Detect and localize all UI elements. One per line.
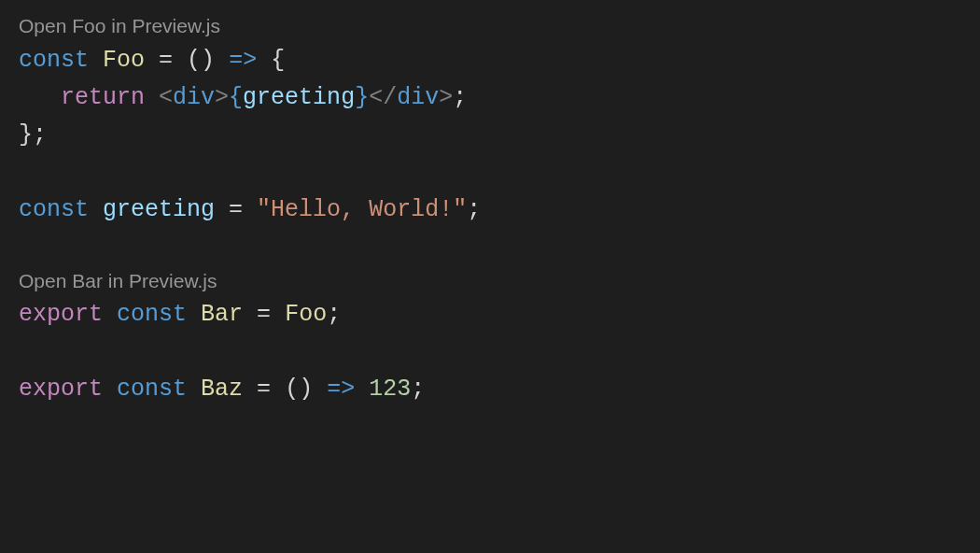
brace-close: } — [19, 121, 33, 149]
equals: = — [229, 196, 243, 223]
parens: () — [285, 376, 313, 403]
code-line-2[interactable]: return <div>{greeting}</div>; — [19, 79, 961, 117]
space — [313, 376, 327, 403]
semicolon: ; — [411, 376, 425, 403]
space — [257, 47, 271, 74]
component-name-foo: Foo — [103, 47, 145, 74]
semicolon: ; — [467, 196, 481, 223]
semicolon: ; — [453, 84, 467, 111]
keyword-const: const — [19, 47, 89, 74]
arrow: => — [229, 47, 257, 74]
space — [187, 376, 201, 403]
space — [243, 376, 257, 403]
arrow: => — [327, 376, 355, 403]
keyword-const: const — [117, 301, 187, 328]
brace-open: { — [271, 47, 285, 74]
semicolon: ; — [327, 301, 341, 328]
tag-name-div: div — [173, 84, 215, 111]
code-line-3[interactable]: }; — [19, 117, 961, 154]
parens: () — [187, 47, 215, 74]
tag-open-gt: > — [215, 84, 229, 111]
space — [215, 47, 229, 74]
code-line-5[interactable]: export const Bar = Foo; — [19, 296, 961, 333]
var-greeting-decl: greeting — [103, 196, 215, 223]
blank-line — [19, 229, 961, 266]
space — [145, 84, 159, 111]
space — [243, 196, 257, 223]
number-literal: 123 — [369, 376, 411, 403]
space — [187, 301, 201, 328]
tag-close-gt: > — [439, 84, 453, 111]
space — [271, 376, 285, 403]
string-literal: "Hello, World!" — [257, 196, 467, 223]
codelens-open-foo[interactable]: Open Foo in Preview.js — [19, 11, 961, 42]
equals: = — [257, 301, 271, 328]
space — [271, 301, 285, 328]
jsx-brace-open: { — [229, 84, 243, 111]
blank-line — [19, 154, 961, 191]
code-line-6[interactable]: export const Baz = () => 123; — [19, 371, 961, 408]
keyword-export: export — [19, 301, 103, 328]
code-line-1[interactable]: const Foo = () => { — [19, 42, 961, 79]
space — [103, 301, 117, 328]
space — [355, 376, 369, 403]
space — [145, 47, 159, 74]
component-name-bar: Bar — [201, 301, 243, 328]
component-name-baz: Baz — [201, 376, 243, 403]
keyword-const: const — [19, 196, 89, 223]
component-name-foo-ref: Foo — [285, 301, 327, 328]
space — [243, 301, 257, 328]
space — [103, 376, 117, 403]
keyword-const: const — [117, 376, 187, 403]
tag-close-lt: </ — [369, 84, 397, 111]
code-line-4[interactable]: const greeting = "Hello, World!"; — [19, 191, 961, 229]
tag-open-lt: < — [159, 84, 173, 111]
space — [89, 196, 103, 223]
keyword-export: export — [19, 376, 103, 403]
blank-line — [19, 333, 961, 371]
codelens-open-bar[interactable]: Open Bar in Preview.js — [19, 266, 961, 297]
tag-name-div: div — [397, 84, 439, 111]
var-greeting-ref: greeting — [243, 84, 355, 111]
space — [173, 47, 187, 74]
space — [215, 196, 229, 223]
space — [89, 47, 103, 74]
semicolon: ; — [33, 121, 47, 149]
jsx-brace-close: } — [355, 84, 369, 111]
keyword-return: return — [61, 84, 145, 111]
equals: = — [159, 47, 173, 74]
indent — [19, 84, 61, 111]
equals: = — [257, 376, 271, 403]
